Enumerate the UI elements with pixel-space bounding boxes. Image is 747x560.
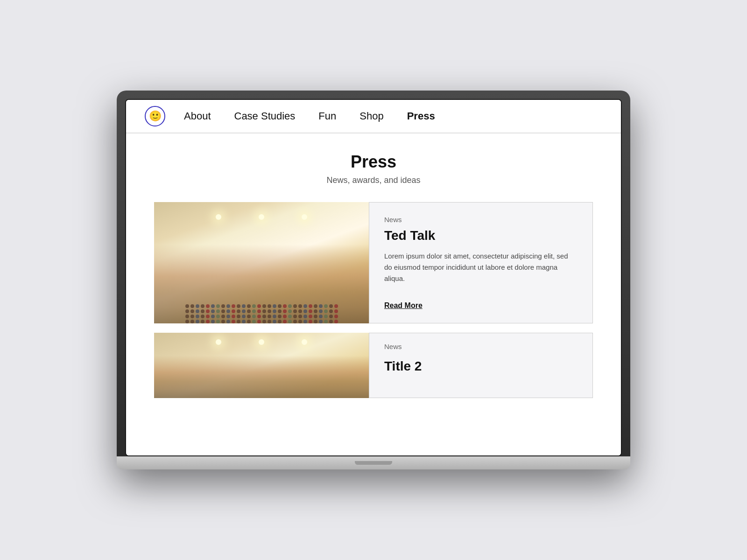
- screen-bezel-bottom: [126, 451, 621, 455]
- nav-link-shop[interactable]: Shop: [359, 110, 383, 122]
- crowd-person: [237, 304, 240, 308]
- crowd-person: [334, 315, 338, 318]
- crowd-person: [278, 315, 282, 318]
- crowd-person: [293, 320, 297, 323]
- crowd-person: [211, 315, 215, 318]
- laptop-base: [117, 456, 630, 469]
- nav-link-case-studies[interactable]: Case Studies: [234, 110, 296, 122]
- ceiling-light-4: [216, 339, 221, 345]
- crowd-person: [324, 320, 328, 323]
- nav-link-fun[interactable]: Fun: [318, 110, 336, 122]
- article-image-title-2: [154, 333, 369, 398]
- article-info-ted-talk: News Ted Talk Lorem ipsum dolor sit amet…: [369, 202, 593, 323]
- crowd-person: [185, 315, 189, 318]
- crowd-person: [268, 315, 271, 318]
- auditorium-image: [154, 202, 369, 323]
- logo[interactable]: 🙂: [145, 106, 165, 126]
- crowd-person: [190, 320, 194, 323]
- crowd-person: [196, 320, 199, 323]
- crowd-person: [309, 309, 312, 313]
- crowd-person: [329, 315, 333, 318]
- crowd-person: [262, 320, 266, 323]
- crowd-person: [226, 320, 230, 323]
- ceiling-lights: [197, 214, 326, 220]
- crowd-person: [298, 309, 302, 313]
- crowd-person: [226, 315, 230, 318]
- main-content: Press News, awards, and ideas: [126, 133, 621, 451]
- crowd-person: [268, 304, 271, 308]
- crowd-person: [334, 320, 338, 323]
- crowd-person: [309, 320, 312, 323]
- crowd-person: [329, 304, 333, 308]
- crowd-person: [283, 309, 287, 313]
- crowd-person: [201, 315, 204, 318]
- ceiling-light-2: [259, 214, 264, 220]
- crowd-person: [288, 315, 292, 318]
- article-title-1: Ted Talk: [384, 228, 578, 243]
- crowd-person: [303, 309, 307, 313]
- crowd-person: [247, 315, 251, 318]
- crowd-person: [206, 320, 210, 323]
- article-excerpt-1: Lorem ipsum dolor sit amet, consectetur …: [384, 251, 578, 284]
- crowd-person: [314, 320, 317, 323]
- crowd-person: [257, 309, 261, 313]
- auditorium-image-2: [154, 333, 369, 398]
- crowd-person: [185, 309, 189, 313]
- crowd-person: [268, 320, 271, 323]
- crowd-person: [324, 304, 328, 308]
- crowd-person: [201, 304, 204, 308]
- page-header: Press News, awards, and ideas: [154, 152, 593, 185]
- crowd-area: [154, 251, 369, 323]
- crowd-person: [190, 309, 194, 313]
- article-card-ted-talk: News Ted Talk Lorem ipsum dolor sit amet…: [154, 202, 593, 323]
- nav-link-about[interactable]: About: [184, 110, 211, 122]
- crowd-person: [319, 315, 323, 318]
- laptop-container: 🙂 About Case Studies Fun Shop Press Pres…: [117, 91, 630, 469]
- crowd-person: [314, 304, 317, 308]
- crowd-person: [293, 304, 297, 308]
- crowd-person: [273, 315, 276, 318]
- crowd-person: [298, 320, 302, 323]
- crowd-person: [288, 320, 292, 323]
- crowd-row-4: [159, 320, 364, 323]
- crowd-person: [314, 315, 317, 318]
- crowd-person: [237, 309, 240, 313]
- page-title: Press: [154, 152, 593, 172]
- crowd-person: [293, 315, 297, 318]
- crowd-person: [237, 315, 240, 318]
- crowd-person: [298, 315, 302, 318]
- read-more-button-1[interactable]: Read More: [384, 301, 578, 310]
- crowd-person: [303, 304, 307, 308]
- crowd-person: [288, 309, 292, 313]
- article-image-inner: [154, 202, 369, 323]
- crowd-person: [216, 309, 220, 313]
- logo-icon: 🙂: [149, 110, 162, 122]
- crowd-person: [201, 320, 204, 323]
- crowd-person: [226, 309, 230, 313]
- nav-link-press[interactable]: Press: [407, 110, 435, 122]
- nav-links: About Case Studies Fun Shop Press: [184, 110, 602, 122]
- crowd-person: [237, 320, 240, 323]
- crowd-person: [185, 320, 189, 323]
- article-category-2: News: [384, 343, 578, 350]
- crowd-person: [278, 320, 282, 323]
- ceiling-light-3: [302, 214, 307, 220]
- crowd-person: [309, 315, 312, 318]
- crowd-person: [211, 320, 215, 323]
- crowd-person: [329, 320, 333, 323]
- crowd-person: [319, 320, 323, 323]
- crowd-person: [242, 309, 246, 313]
- crowd-person: [273, 309, 276, 313]
- ceiling-light-5: [259, 339, 264, 345]
- crowd-person: [247, 304, 251, 308]
- crowd-person: [268, 309, 271, 313]
- crowd-person: [314, 309, 317, 313]
- article-card-title-2: News Title 2: [154, 333, 593, 398]
- crowd-person: [247, 309, 251, 313]
- crowd-person: [196, 304, 199, 308]
- crowd-person: [278, 309, 282, 313]
- crowd-person: [288, 304, 292, 308]
- crowd-person: [278, 304, 282, 308]
- article-info-title-2: News Title 2: [369, 333, 593, 398]
- navbar: 🙂 About Case Studies Fun Shop Press: [126, 100, 621, 133]
